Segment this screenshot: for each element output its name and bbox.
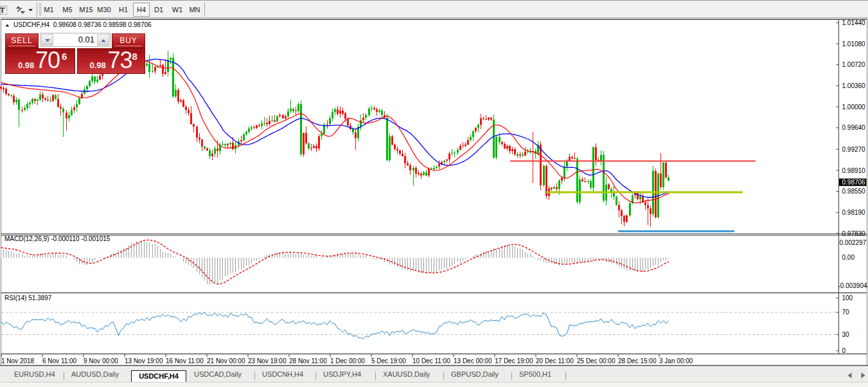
svg-text:-0.003904: -0.003904 — [838, 282, 867, 289]
svg-text:3 Jan 00:00: 3 Jan 00:00 — [659, 357, 693, 364]
svg-text:25 Dec 00:00: 25 Dec 00:00 — [577, 357, 616, 364]
svg-text:20 Dec 11:00: 20 Dec 11:00 — [536, 357, 574, 364]
svg-text:0.002297: 0.002297 — [840, 239, 867, 246]
svg-text:1.01080: 1.01080 — [842, 40, 866, 48]
svg-text:MACD(12,26,9) -0.000110 -0.001: MACD(12,26,9) -0.000110 -0.001015 — [4, 235, 111, 242]
svg-text:30: 30 — [842, 331, 850, 338]
svg-text:0.98190: 0.98190 — [842, 209, 866, 216]
svg-text:17 Dec 19:00: 17 Dec 19:00 — [495, 357, 533, 364]
svg-text:21 Nov 00:00: 21 Nov 00:00 — [207, 357, 245, 364]
svg-text:28 Nov 11:00: 28 Nov 11:00 — [289, 357, 327, 364]
svg-text:0.00: 0.00 — [842, 254, 855, 261]
svg-text:5 Dec 19:00: 5 Dec 19:00 — [371, 357, 406, 364]
svg-text:6 Nov 11:00: 6 Nov 11:00 — [42, 357, 77, 364]
svg-text:0: 0 — [842, 347, 846, 354]
svg-text:100: 100 — [842, 294, 853, 302]
svg-text:13 Nov 19:00: 13 Nov 19:00 — [125, 357, 163, 364]
svg-text:28 Dec 15:00: 28 Dec 15:00 — [618, 357, 657, 364]
svg-text:1.00000: 1.00000 — [842, 104, 866, 111]
svg-text:23 Nov 19:00: 23 Nov 19:00 — [248, 357, 287, 364]
svg-text:70: 70 — [842, 309, 850, 316]
svg-text:1 Nov 2018: 1 Nov 2018 — [1, 357, 35, 364]
svg-text:1.00360: 1.00360 — [842, 82, 866, 89]
svg-text:0.98550: 0.98550 — [842, 188, 866, 195]
svg-text:0.98706: 0.98706 — [842, 179, 866, 186]
svg-text:0.99640: 0.99640 — [842, 124, 866, 131]
svg-text:1.00720: 1.00720 — [842, 61, 866, 68]
svg-text:USDCHF,H4 0.98608 0.98736 0.9: USDCHF,H4 0.98608 0.98736 0.98598 0.9870… — [13, 21, 152, 28]
svg-text:13 Dec 00:00: 13 Dec 00:00 — [454, 357, 492, 364]
svg-text:10 Dec 11:00: 10 Dec 11:00 — [412, 357, 450, 364]
svg-text:1 Dec 00:00: 1 Dec 00:00 — [330, 357, 365, 364]
svg-text:16 Nov 11:00: 16 Nov 11:00 — [166, 357, 204, 364]
svg-text:0.99270: 0.99270 — [842, 146, 866, 153]
svg-text:9 Nov 00:00: 9 Nov 00:00 — [84, 357, 118, 364]
svg-text:RSI(14) 51.3897: RSI(14) 51.3897 — [4, 294, 52, 302]
svg-text:0.97830: 0.97830 — [842, 230, 866, 237]
svg-text:1.01440: 1.01440 — [842, 19, 866, 26]
svg-text:0.98910: 0.98910 — [842, 167, 866, 174]
